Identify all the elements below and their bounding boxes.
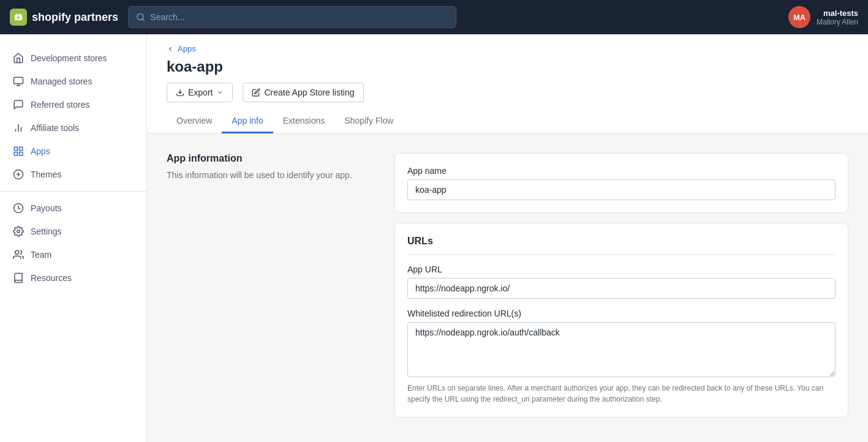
sidebar-item-affiliate-tools[interactable]: Affiliate tools [0, 116, 146, 140]
sidebar-label: Settings [31, 227, 62, 236]
export-button[interactable]: Export [167, 83, 233, 102]
sidebar-item-settings[interactable]: Settings [0, 220, 146, 243]
tab-app-info[interactable]: App info [222, 110, 273, 133]
svg-rect-5 [14, 147, 17, 150]
app-name-card: App name [394, 153, 848, 213]
urls-section-title: URLs [407, 236, 836, 255]
user-info: mal-tests Mallory Allen [817, 9, 858, 26]
apps-icon [12, 145, 25, 157]
shopify-bag-icon [10, 9, 27, 26]
tab-shopify-flow[interactable]: Shopify Flow [334, 110, 403, 133]
sidebar-item-apps[interactable]: Apps [0, 140, 146, 163]
sidebar-label: Payouts [31, 203, 62, 213]
svg-point-11 [17, 230, 20, 233]
sidebar-item-managed-stores[interactable]: Managed stores [0, 70, 146, 93]
export-icon [176, 88, 184, 97]
themes-icon [12, 168, 25, 181]
whitelisted-url-section: Whitelisted redirection URL(s) https://n… [407, 309, 836, 405]
section-description-text: This information will be used to identif… [167, 169, 375, 182]
page-actions: Export Create App Store listing [167, 83, 848, 102]
resources-icon [12, 272, 25, 284]
svg-rect-8 [14, 152, 17, 155]
whitelisted-url-input[interactable]: https://nodeapp.ngrok.io/auth/callback [407, 322, 836, 377]
app-url-section: App URL [407, 264, 836, 299]
page-title: koa-app [167, 58, 848, 75]
main-content: Apps koa-app Export Create App Store lis… [147, 34, 868, 442]
section-description: App information This information will be… [167, 153, 375, 427]
breadcrumb-link[interactable]: Apps [178, 44, 196, 53]
user-email: Mallory Allen [817, 18, 858, 26]
sidebar-item-development-stores[interactable]: Development stores [0, 47, 146, 70]
app-name-label: App name [407, 166, 836, 176]
svg-rect-6 [20, 147, 23, 150]
payouts-icon [12, 202, 25, 214]
tab-extensions[interactable]: Extensions [273, 110, 334, 133]
create-listing-button[interactable]: Create App Store listing [243, 83, 363, 102]
search-bar[interactable] [128, 6, 456, 28]
avatar: MA [788, 6, 810, 28]
search-input[interactable] [150, 12, 448, 22]
search-icon [136, 12, 145, 22]
app-url-label: App URL [407, 264, 836, 274]
svg-point-0 [137, 13, 143, 20]
whitelisted-url-label: Whitelisted redirection URL(s) [407, 309, 836, 318]
store-icon [12, 52, 25, 64]
sidebar-label: Apps [31, 146, 50, 156]
svg-rect-7 [20, 152, 23, 155]
chevron-down-icon [216, 89, 224, 96]
app-name-input[interactable] [407, 179, 836, 200]
svg-point-12 [15, 250, 19, 254]
tab-overview[interactable]: Overview [167, 110, 222, 133]
user-name: mal-tests [817, 9, 858, 18]
sidebar-label: Affiliate tools [31, 123, 79, 133]
affiliate-icon [12, 122, 25, 134]
sidebar: Development stores Managed stores Referr… [0, 34, 147, 442]
sidebar-label: Resources [31, 273, 72, 283]
export-label: Export [188, 88, 213, 97]
app-url-input[interactable] [407, 278, 836, 299]
sidebar-item-team[interactable]: Team [0, 243, 146, 266]
top-navigation: shopify partners MA mal-tests Mallory Al… [0, 0, 868, 34]
sidebar-item-themes[interactable]: Themes [0, 163, 146, 186]
sidebar-item-referred-stores[interactable]: Referred stores [0, 93, 146, 116]
logo: shopify partners [10, 9, 118, 26]
urls-card: URLs App URL Whitelisted redirection URL… [394, 223, 848, 418]
section-title: App information [167, 153, 375, 164]
create-listing-icon [252, 88, 260, 97]
sidebar-label: Team [31, 250, 51, 260]
sidebar-label: Themes [31, 170, 62, 179]
managed-icon [12, 75, 25, 88]
whitelisted-url-help: Enter URLs on separate lines. After a me… [407, 383, 836, 405]
sidebar-label: Referred stores [31, 100, 89, 110]
sidebar-item-resources[interactable]: Resources [0, 266, 146, 290]
content-body: App information This information will be… [147, 133, 868, 442]
page-header: Apps koa-app Export Create App Store lis… [147, 34, 868, 133]
sidebar-label: Managed stores [31, 77, 92, 86]
breadcrumb: Apps [167, 44, 848, 53]
sidebar-item-payouts[interactable]: Payouts [0, 197, 146, 220]
logo-text: shopify partners [32, 11, 118, 24]
create-listing-label: Create App Store listing [264, 88, 354, 97]
settings-icon [12, 225, 25, 238]
tab-bar: Overview App info Extensions Shopify Flo… [167, 110, 848, 133]
form-area: App name URLs App URL Whitelisted redire… [394, 153, 848, 427]
app-name-section: App name [407, 166, 836, 200]
sidebar-label: Development stores [31, 53, 107, 63]
referred-icon [12, 99, 25, 111]
team-icon [12, 249, 25, 261]
svg-rect-1 [14, 77, 23, 84]
